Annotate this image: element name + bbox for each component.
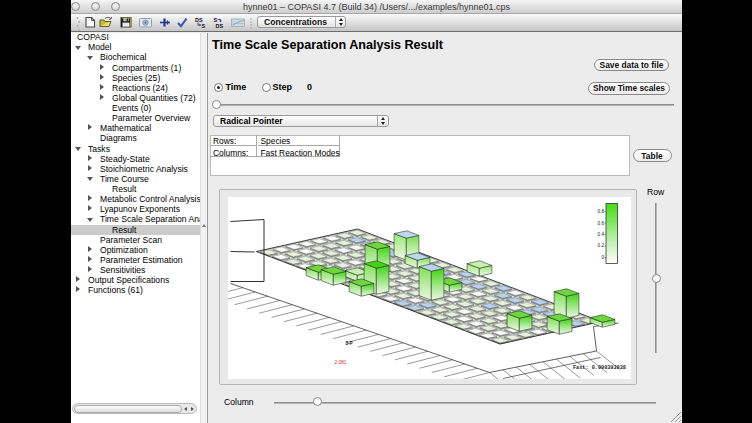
svg-text:0: 0 bbox=[601, 255, 604, 260]
svg-text:0.2: 0.2 bbox=[597, 243, 604, 248]
svg-text:3-P: 3-P bbox=[345, 341, 352, 346]
svg-text:0.8: 0.8 bbox=[597, 209, 604, 214]
svg-text:S: S bbox=[202, 23, 206, 29]
svg-text:DS: DS bbox=[216, 23, 224, 29]
svg-text:0.6: 0.6 bbox=[597, 220, 604, 225]
svg-text:Fast: 0.000393938: Fast: 0.000393938 bbox=[573, 365, 626, 371]
svg-text:2.081: 2.081 bbox=[334, 360, 346, 365]
svg-text:0.4: 0.4 bbox=[597, 232, 604, 237]
